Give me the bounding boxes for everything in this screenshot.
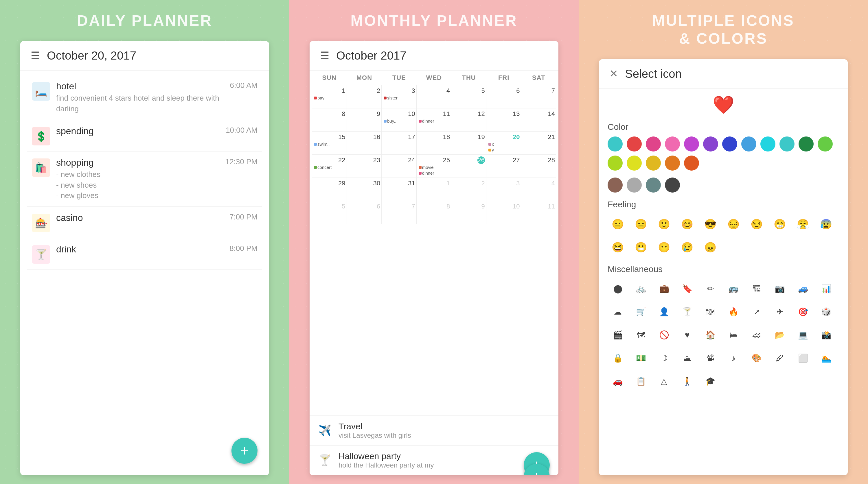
feeling-icon[interactable]: 😢 [677,237,697,257]
misc-icon[interactable]: 🚫 [654,325,674,345]
misc-icon[interactable]: ☁ [608,302,628,322]
misc-icon[interactable]: 🏎 [746,325,767,345]
cal-cell[interactable]: 21 [521,132,556,154]
misc-icon[interactable]: ✈ [770,302,790,322]
cal-cell[interactable]: 10 [486,201,521,224]
cal-cell[interactable]: 8 [312,108,347,131]
color-option[interactable] [779,136,795,152]
misc-icon[interactable]: 📂 [770,325,790,345]
feeling-icon[interactable]: 😰 [816,214,836,234]
feeling-icon[interactable]: 😊 [677,214,697,234]
feeling-icon[interactable]: 😔 [723,214,744,234]
cal-cell[interactable]: 25moviedinner [416,155,452,178]
misc-icon[interactable]: 📊 [816,279,836,299]
color-option[interactable] [703,136,718,152]
color-option[interactable] [684,136,699,152]
planner-item[interactable]: 🛏️ hotel find convenient 4 stars hotel a… [27,75,262,120]
cal-cell[interactable]: 2 [347,85,382,108]
cal-cell[interactable]: 30 [347,178,382,201]
misc-icon[interactable]: 🚲 [631,279,651,299]
cal-cell[interactable]: 11dinner [416,108,452,131]
cal-cell[interactable]: 22concert [312,155,347,178]
event-list-item[interactable]: 🍸 Halloween party hold the Halloween par… [310,446,558,475]
color-option[interactable] [627,156,642,170]
cal-cell[interactable]: 29 [312,178,347,201]
color-option[interactable] [722,136,737,152]
neutral-color-option[interactable] [608,178,623,193]
misc-icon[interactable]: 🛏 [723,325,744,345]
cal-cell[interactable]: 5 [312,201,347,224]
feeling-icon[interactable]: 😤 [793,214,813,234]
misc-icon[interactable]: 🎬 [608,325,628,345]
cal-cell[interactable]: 3 [486,178,521,201]
misc-icon[interactable]: 🏗 [746,279,767,299]
cal-cell[interactable]: 19 [452,132,486,154]
cal-cell[interactable]: 15swim.. [312,132,347,154]
misc-icon[interactable]: 🚶 [677,371,697,391]
misc-icon[interactable]: 🔖 [677,279,697,299]
misc-icon[interactable]: 🏠 [700,325,720,345]
menu-icon[interactable]: ☰ [31,51,40,61]
cal-cell[interactable]: 4 [416,85,452,108]
misc-icon[interactable]: 💼 [654,279,674,299]
close-icon[interactable]: ✕ [609,68,618,80]
cal-cell[interactable]: 17 [382,132,416,154]
cal-cell[interactable]: 4 [521,178,556,201]
cal-cell[interactable]: 11 [521,201,556,224]
misc-icon[interactable]: 📽 [700,348,720,368]
color-option[interactable] [741,136,756,152]
color-option[interactable] [608,156,623,170]
cal-cell[interactable]: 6 [486,85,521,108]
misc-icon[interactable]: 📋 [631,371,651,391]
cal-cell[interactable]: 31 [382,178,416,201]
cal-cell[interactable]: 9 [347,108,382,131]
planner-item[interactable]: 🍸 drink 8:00 PM [27,238,262,270]
misc-icon[interactable]: 🎓 [700,371,720,391]
misc-icon[interactable]: 🎯 [793,302,813,322]
misc-icon[interactable]: ☽ [654,348,674,368]
misc-icon[interactable]: 🚌 [723,279,744,299]
cal-cell[interactable]: 27 [486,155,521,178]
cal-cell[interactable]: 26 [452,155,486,178]
misc-icon[interactable]: 🛒 [631,302,651,322]
misc-icon[interactable]: ♪ [723,348,744,368]
cal-cell[interactable]: 14 [521,108,556,131]
color-option[interactable] [799,136,814,152]
cal-cell[interactable]: 7 [521,85,556,108]
cal-cell[interactable]: 16 [347,132,382,154]
neutral-color-option[interactable] [665,178,680,193]
feeling-icon[interactable]: 😆 [608,237,628,257]
cal-cell[interactable]: 12 [452,108,486,131]
misc-icon[interactable]: 🖊 [770,348,790,368]
misc-icon[interactable]: 🔒 [608,348,628,368]
misc-icon[interactable]: 📷 [770,279,790,299]
color-option[interactable] [646,136,661,152]
cal-cell[interactable]: 18 [416,132,452,154]
color-option[interactable] [665,156,680,170]
cal-cell[interactable]: 2 [452,178,486,201]
neutral-color-option[interactable] [627,178,642,193]
misc-icon[interactable]: 📸 [816,325,836,345]
cal-cell[interactable]: 5 [452,85,486,108]
feeling-icon[interactable]: 😐 [608,214,628,234]
color-option[interactable] [627,136,642,152]
planner-item[interactable]: 💲 spending 10:00 AM [27,120,262,152]
misc-icon[interactable]: 🍽 [700,302,720,322]
feeling-icon[interactable]: 😁 [770,214,790,234]
cal-cell[interactable]: 1pay [312,85,347,108]
cal-cell[interactable]: 20xy [486,132,521,154]
cal-cell[interactable]: 7 [382,201,416,224]
misc-icon[interactable]: 💵 [631,348,651,368]
planner-item[interactable]: 🎰 casino 7:00 PM [27,207,262,238]
color-option[interactable] [608,136,623,152]
event-list-item[interactable]: ✈️ Travel visit Lasvegas with girls [310,416,558,446]
feeling-icon[interactable]: 😎 [700,214,720,234]
color-option[interactable] [646,156,661,170]
color-option[interactable] [761,136,775,152]
cal-cell[interactable]: 9 [452,201,486,224]
misc-icon[interactable]: 🔥 [723,302,744,322]
misc-icon[interactable]: △ [654,371,674,391]
neutral-color-option[interactable] [646,178,661,193]
misc-icon[interactable]: 🏊 [816,348,836,368]
misc-icon[interactable]: 👤 [654,302,674,322]
